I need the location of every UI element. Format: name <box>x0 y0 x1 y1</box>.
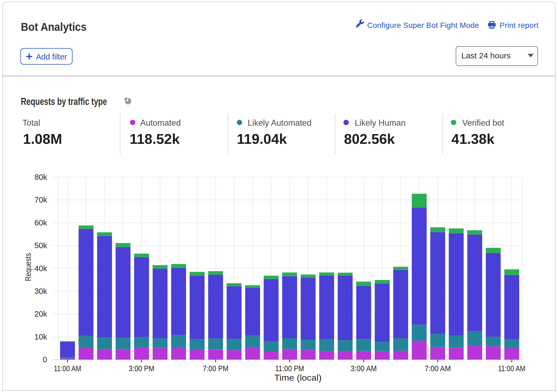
svg-text:7:00 PM: 7:00 PM <box>203 364 228 373</box>
svg-text:3:00 PM: 3:00 PM <box>129 364 155 373</box>
svg-text:80k: 80k <box>34 173 47 181</box>
svg-text:11:00 AM: 11:00 AM <box>498 364 526 373</box>
svg-text:60k: 60k <box>34 218 47 227</box>
svg-text:70k: 70k <box>34 195 47 204</box>
svg-text:30k: 30k <box>34 287 47 295</box>
svg-text:50k: 50k <box>34 241 47 250</box>
svg-text:3:00 AM: 3:00 AM <box>350 364 377 373</box>
svg-text:20k: 20k <box>34 310 47 318</box>
svg-text:0: 0 <box>43 355 47 364</box>
svg-text:Time (local): Time (local) <box>274 373 322 383</box>
svg-text:11:00 AM: 11:00 AM <box>54 364 81 373</box>
svg-text:40k: 40k <box>34 264 47 273</box>
svg-text:7:00 AM: 7:00 AM <box>425 364 451 373</box>
svg-text:10k: 10k <box>34 333 47 341</box>
svg-text:11:00 PM: 11:00 PM <box>275 364 304 373</box>
svg-text:Requests: Requests <box>24 253 32 281</box>
